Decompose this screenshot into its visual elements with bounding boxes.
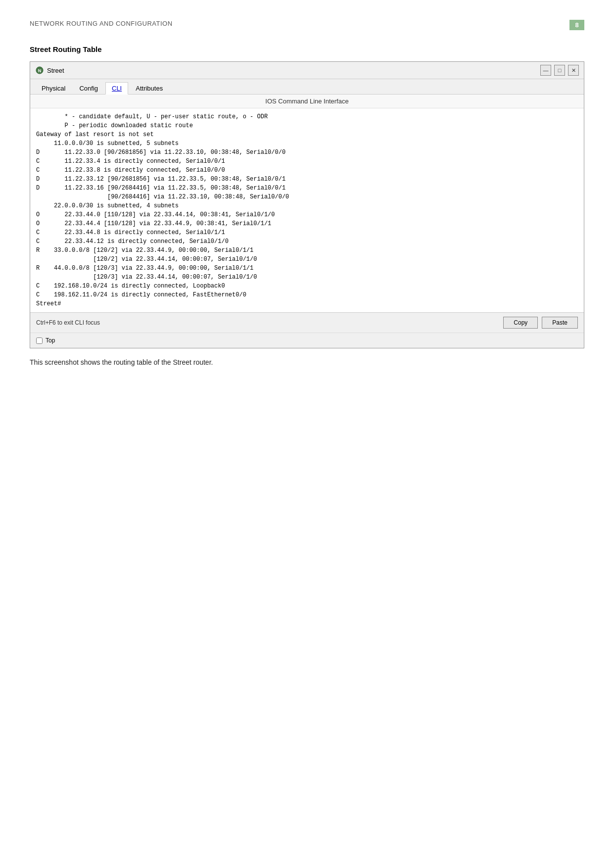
top-checkbox[interactable] [36, 338, 43, 344]
ios-command-label: IOS Command Line Interface [30, 95, 584, 108]
tab-attributes[interactable]: Attributes [129, 82, 169, 94]
description-text: This screenshot shows the routing table … [30, 358, 584, 366]
window-controls: — □ ✕ [540, 65, 579, 76]
window-tabs: Physical Config CLI Attributes [30, 79, 584, 95]
top-checkbox-row: Top [30, 333, 584, 348]
close-button[interactable]: ✕ [568, 65, 579, 76]
paste-button[interactable]: Paste [542, 317, 578, 329]
footer-hint: Ctrl+F6 to exit CLI focus [36, 319, 100, 326]
footer-buttons: Copy Paste [503, 317, 578, 329]
maximize-button[interactable]: □ [554, 65, 565, 76]
page-header: NETWORK ROUTING AND CONFIGURATION 8 [30, 20, 584, 30]
window-title-text: Street [47, 67, 540, 74]
cli-output[interactable]: * - candidate default, U - per-user stat… [30, 108, 584, 313]
copy-button[interactable]: Copy [503, 317, 538, 329]
window-footer: Ctrl+F6 to exit CLI focus Copy Paste [30, 313, 584, 333]
street-icon: N [35, 66, 44, 75]
svg-text:N: N [38, 68, 42, 73]
page-number-badge: 8 [569, 20, 584, 30]
tab-physical[interactable]: Physical [35, 82, 72, 94]
page-title: NETWORK ROUTING AND CONFIGURATION [30, 20, 173, 27]
window-titlebar: N Street — □ ✕ [30, 62, 584, 79]
tab-cli[interactable]: CLI [105, 82, 128, 95]
top-checkbox-label: Top [46, 337, 55, 344]
tab-config[interactable]: Config [73, 82, 104, 94]
street-window: N Street — □ ✕ Physical Config CLI Attri… [30, 61, 584, 348]
minimize-button[interactable]: — [540, 65, 551, 76]
section-heading: Street Routing Table [30, 45, 584, 53]
